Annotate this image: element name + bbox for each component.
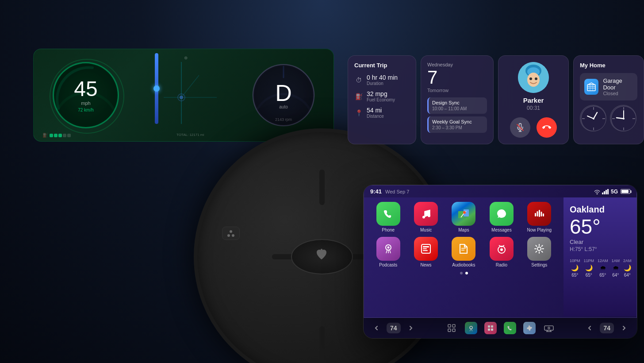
svg-point-55: [387, 247, 389, 249]
hourly-3: 12AM 🌧 65°: [598, 259, 608, 278]
temp-right-badge: 74: [600, 323, 614, 333]
app-grid-row1: Phone Music: [371, 202, 556, 232]
app-radio[interactable]: Radio: [484, 237, 518, 267]
trip-widget: Current Trip ⏱ 0 hr 40 min Duration ⛽ 32…: [348, 55, 416, 144]
event-2-time: 2:30 – 3:30 PM: [432, 125, 483, 130]
svg-rect-51: [539, 210, 540, 217]
svg-point-13: [529, 77, 532, 80]
nav-forward-right-button[interactable]: [616, 321, 632, 336]
weather-condition: Clear: [570, 239, 630, 245]
hourly-1-temp: 65°: [571, 273, 578, 278]
speed-gauge: 45 mph 72 km/h: [50, 60, 121, 131]
app-podcasts-label: Podcasts: [379, 263, 397, 267]
nav-section: ⊕: [137, 55, 234, 135]
app-settings-label: Settings: [531, 263, 547, 267]
app-nowplaying-label: Now Playing: [527, 228, 552, 232]
svg-point-14: [535, 77, 537, 80]
app-audiobooks-label: Audiobooks: [452, 263, 475, 267]
hourly-3-temp: 65°: [599, 273, 606, 278]
analog-clock-1: [580, 105, 606, 131]
trip-duration-value: 0 hr 40 min: [367, 74, 398, 81]
app-news-label: News: [421, 263, 432, 267]
event-2-title: Weekly Goal Sync: [432, 119, 483, 124]
weather-low: L:: [585, 246, 589, 252]
app-maps-label: Maps: [458, 228, 469, 232]
speed-kmh: 72 km/h: [78, 108, 94, 112]
app-nowplaying[interactable]: Now Playing: [522, 202, 556, 232]
app-grid-row2: Podcasts News: [371, 237, 556, 267]
hourly-5-icon: 🌙: [624, 264, 631, 271]
svg-rect-52: [541, 212, 542, 216]
app-maps[interactable]: Maps: [447, 202, 481, 232]
hourly-4-icon: 🌧: [613, 264, 619, 271]
hourly-5-temp: 64°: [624, 273, 631, 278]
mute-button[interactable]: [510, 117, 530, 138]
hourly-5: 2AM 🌙 64°: [623, 259, 632, 278]
carplay-screen: 9:41 Wed Sep 7 5G: [364, 185, 637, 318]
hourly-3-icon: 🌧: [600, 264, 606, 271]
caller-avatar: [518, 62, 549, 93]
hourly-4: 1AM 🌧 64°: [612, 259, 620, 278]
app-messages-label: Messages: [491, 228, 512, 232]
hourly-4-time: 1AM: [612, 259, 620, 263]
fuel-pump-icon: ⛽: [354, 92, 363, 101]
carplay-bottom-bar: 74: [364, 318, 637, 338]
event-1-title: Design Sync: [432, 100, 483, 105]
bottom-maps-button[interactable]: [463, 321, 479, 336]
app-settings[interactable]: Settings: [522, 237, 556, 267]
app-news[interactable]: News: [409, 237, 443, 267]
nav-back-button[interactable]: [368, 321, 385, 336]
svg-rect-50: [537, 211, 538, 216]
svg-rect-18: [587, 85, 595, 91]
end-call-button[interactable]: [537, 117, 557, 138]
call-widget: Parker 00:31: [498, 55, 569, 144]
bottom-carplay-button[interactable]: [540, 321, 557, 336]
hourly-1: 10PM 🌙 65°: [570, 259, 580, 278]
svg-point-39: [596, 193, 598, 194]
svg-rect-65: [448, 324, 451, 327]
speed-unit: mph: [81, 100, 90, 106]
caller-name: Parker: [523, 97, 544, 104]
hourly-5-time: 2AM: [623, 259, 632, 263]
hourly-2-temp: 65°: [586, 273, 592, 278]
nav-back-right-button[interactable]: [581, 321, 598, 336]
svg-rect-49: [535, 213, 536, 216]
calendar-event-2: Weekly Goal Sync 2:30 – 3:30 PM: [427, 116, 487, 133]
bottom-phone-button[interactable]: [502, 321, 518, 336]
calendar-event-1: Design Sync 10:00 – 11:00 AM: [427, 97, 487, 114]
app-podcasts[interactable]: Podcasts: [371, 237, 405, 267]
svg-point-64: [537, 247, 541, 251]
calendar-date: 7: [427, 68, 487, 87]
dashboard-display: 45 mph 72 km/h ⊕: [33, 49, 334, 142]
temp-left-badge: 74: [387, 323, 401, 333]
trip-economy-value: 32 mpg: [367, 90, 395, 97]
svg-point-48: [463, 211, 466, 214]
nav-forward-button[interactable]: [402, 321, 419, 336]
rpm-value: 2143 rpm: [275, 117, 292, 122]
hourly-2-time: 11PM: [584, 259, 594, 263]
speed-value: 45: [74, 78, 97, 100]
hourly-1-icon: 🌙: [571, 264, 579, 271]
calendar-widget: Wednesday 7 Tomorrow Design Sync 10:00 –…: [421, 55, 494, 144]
bottom-fan-button[interactable]: [521, 321, 538, 336]
garage-icon: [584, 79, 598, 95]
trip-distance-row: 📍 54 mi Distance: [354, 107, 410, 119]
garage-door-item[interactable]: Garage Door Closed: [580, 73, 637, 100]
clock-icon: ⏱: [354, 76, 363, 85]
weather-hilo: H:75° L:57°: [570, 246, 630, 252]
app-music[interactable]: Music: [409, 202, 443, 232]
trip-distance-label: Distance: [367, 114, 384, 119]
home-button[interactable]: [443, 321, 460, 336]
app-messages[interactable]: Messages: [484, 202, 518, 232]
bottom-appstore-button[interactable]: [482, 321, 499, 336]
svg-rect-75: [544, 326, 553, 330]
app-audiobooks[interactable]: Audiobooks: [447, 237, 481, 267]
svg-point-44: [422, 216, 425, 219]
clock-row: [580, 105, 637, 131]
svg-rect-70: [488, 325, 490, 328]
gear-value: D: [275, 81, 292, 104]
hourly-4-temp: 64°: [612, 273, 619, 278]
app-phone[interactable]: Phone: [371, 202, 405, 232]
trip-economy-label: Fuel Economy: [367, 97, 395, 102]
svg-rect-59: [423, 250, 428, 251]
